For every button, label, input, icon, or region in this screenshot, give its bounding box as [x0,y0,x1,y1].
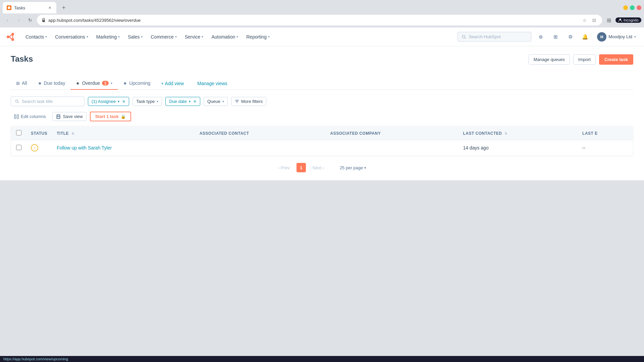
task-title-link[interactable]: Follow up with Sarah Tyler [57,145,112,150]
search-task-icon [15,99,19,104]
tasks-table-container: STATUS TITLE ⇅ ASSOCIATED CONTACT [11,126,633,156]
marketplace-icon[interactable]: ⊞ [550,32,561,42]
create-task-button[interactable]: Create task [599,54,633,65]
col-title[interactable]: TITLE ⇅ [52,127,195,140]
nav-automation[interactable]: Automation ▾ [207,27,242,46]
nav-reporting[interactable]: Reporting ▾ [242,27,274,46]
nav-contacts[interactable]: Contacts ▾ [21,27,51,46]
address-bar[interactable]: app.hubspot.com/tasks/45239562/view/over… [37,15,602,25]
table-scroll-wrapper[interactable]: STATUS TITLE ⇅ ASSOCIATED CONTACT [11,126,633,156]
search-icon [462,35,466,39]
title-sort-icon: ⇅ [71,132,74,135]
extensions-icon[interactable]: ⊞ [605,17,612,23]
task-type-filter[interactable]: Task type ▾ [132,97,162,106]
select-all-checkbox[interactable] [16,130,21,135]
nav-service[interactable]: Service ▾ [181,27,208,46]
prev-page-button[interactable]: ‹ Prev [275,164,293,172]
browser-tab-active[interactable]: Tasks ✕ [3,2,56,13]
search-box[interactable] [458,32,531,42]
search-input[interactable] [469,34,527,39]
tab-overdue[interactable]: ★ Overdue 1 ▾ [70,77,118,90]
nav-marketing[interactable]: Marketing ▾ [92,27,124,46]
col-last-e: LAST E [578,127,633,140]
more-filters-button[interactable]: More filters [231,97,266,106]
back-button[interactable]: ‹ [3,15,12,25]
due-date-filter[interactable]: Due date ▾ ✕ [165,97,200,106]
user-name: Moodjoy Ltd [608,34,632,39]
manage-queues-button[interactable]: Manage queues [529,54,570,65]
row-checkbox[interactable] [16,145,21,150]
table-row: ✓ Follow up with Sarah Tyler [11,140,633,156]
task-type-chevron: ▾ [157,100,158,103]
help-launcher-icon[interactable]: ⊛ [535,32,546,42]
address-bar-icons: ☆ ⊡ [581,17,597,23]
bookmark-icon[interactable]: ☆ [581,17,588,23]
col-associated-contact: ASSOCIATED CONTACT [195,127,326,140]
notifications-icon[interactable]: 🔔 [580,32,590,42]
assignee-filter[interactable]: (1) Assignee ▾ ✕ [88,97,129,106]
due-date-filter-remove[interactable]: ✕ [193,99,197,104]
close-button[interactable]: ✕ [637,5,641,10]
tab-close-button[interactable]: ✕ [47,5,52,10]
manage-views-button[interactable]: Manage views [192,77,233,89]
svg-point-9 [463,35,465,38]
tab-upcoming-label: Upcoming [129,80,150,86]
per-page-button[interactable]: 25 per page ▾ [336,164,369,172]
next-page-button[interactable]: Next › [309,164,328,172]
main-content: Tasks Manage queues Import Create task ⊞… [0,46,644,180]
edit-columns-button[interactable]: Edit columns [11,112,49,121]
view-tabs: ⊞ All ★ Due today ★ Overdue 1 ▾ ★ Upcomi… [11,77,633,90]
current-page: 1 [297,163,306,172]
search-task-input[interactable] [11,97,85,106]
edit-columns-icon [14,114,19,119]
filters-row: (1) Assignee ▾ ✕ Task type ▾ Due date ▾ … [11,97,633,106]
nav-sales[interactable]: Sales ▾ [124,27,147,46]
col-status: STATUS [26,127,52,140]
svg-line-12 [18,102,19,103]
minimize-button[interactable]: — [623,5,628,10]
tasks-table: STATUS TITLE ⇅ ASSOCIATED CONTACT [11,126,633,156]
add-view-button[interactable]: + Add view [156,77,189,89]
overdue-tab-icon: ★ [76,81,80,86]
forward-button[interactable]: › [14,15,23,25]
tab-all[interactable]: ⊞ All [11,77,33,90]
nav-conversations[interactable]: Conversations ▾ [51,27,92,46]
status-check-icon: ✓ [33,146,36,150]
task-status-circle[interactable]: ✓ [31,144,38,152]
tab-due-today[interactable]: ★ Due today [33,77,71,90]
queue-filter[interactable]: Queue ▾ [204,97,228,106]
lock-icon [42,18,46,22]
url-text: app.hubspot.com/tasks/45239562/view/over… [48,18,579,23]
assignee-filter-chevron: ▾ [118,100,119,103]
browser-addressbar: ‹ › ↻ app.hubspot.com/tasks/45239562/vie… [0,13,644,27]
settings-icon[interactable]: ⚙ [565,32,576,42]
next-chevron-icon: › [323,165,324,170]
hubspot-logo[interactable] [5,32,16,42]
incognito-badge: Incognito [615,17,641,23]
window-controls: — ⬜ ✕ [623,5,641,10]
task-search-field[interactable] [22,99,80,104]
svg-line-10 [465,38,466,39]
tab-title: Tasks [14,5,25,10]
hubspot-app: Contacts ▾ Conversations ▾ Marketing ▾ S… [0,27,644,180]
top-actions-right: Manage queues Import Create task [529,54,633,65]
overdue-count-badge: 1 [102,81,109,85]
cast-icon[interactable]: ⊡ [591,17,597,23]
avatar: M [597,32,606,42]
svg-point-0 [8,6,10,9]
save-view-button[interactable]: Save view [52,112,86,121]
import-button[interactable]: Import [573,54,596,65]
maximize-button[interactable]: ⬜ [630,5,635,10]
user-menu[interactable]: M Moodjoy Ltd ▾ [594,31,639,43]
svg-rect-19 [57,115,59,116]
new-tab-button[interactable]: + [59,3,68,12]
assignee-filter-remove[interactable]: ✕ [122,99,125,104]
last-e-cell: -- [578,140,633,156]
start-task-button[interactable]: Start 1 task 🔒 [90,112,131,121]
refresh-button[interactable]: ↻ [25,15,35,25]
nav-commerce[interactable]: Commerce ▾ [147,27,180,46]
sales-chevron: ▾ [141,35,143,39]
tab-upcoming[interactable]: ★ Upcoming [118,77,156,90]
col-last-contacted[interactable]: LAST CONTACTED ⇅ [458,127,578,140]
svg-line-7 [9,35,12,37]
